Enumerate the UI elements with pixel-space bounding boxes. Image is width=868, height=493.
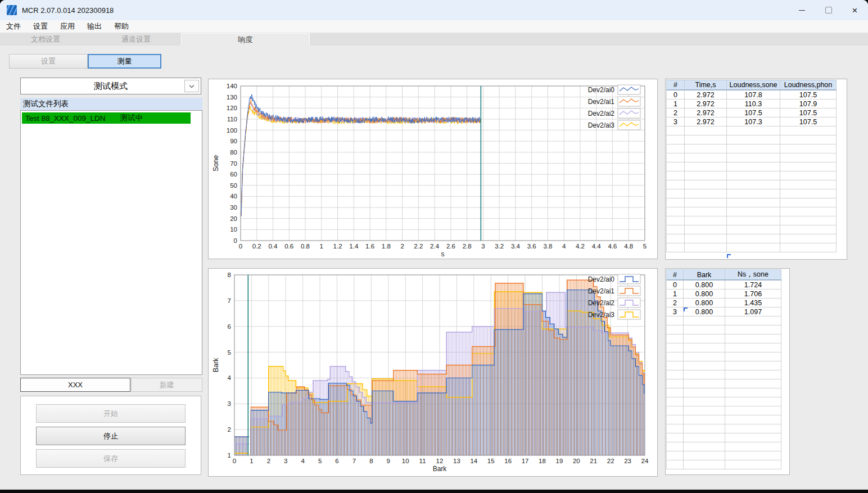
cell — [780, 162, 837, 171]
column-header: Ns，sone — [725, 270, 781, 281]
svg-text:10: 10 — [230, 226, 237, 233]
tab-loudness[interactable]: 响度 — [181, 33, 310, 46]
tab-channel-settings[interactable]: 通道设置 — [91, 33, 181, 46]
cell: 0 — [667, 90, 685, 99]
cell — [727, 135, 780, 144]
cell — [684, 406, 725, 415]
column-header: Loudness,phon — [780, 80, 837, 91]
svg-text:2.8: 2.8 — [463, 243, 472, 250]
menu-item-apply[interactable]: 应用 — [54, 21, 81, 31]
empty-row — [667, 207, 837, 216]
cell — [727, 243, 780, 252]
cell — [725, 433, 781, 442]
subtab-measure[interactable]: 测量 — [88, 54, 161, 69]
svg-text:8: 8 — [228, 272, 231, 278]
cell — [685, 216, 727, 225]
list-item-test-file[interactable]: Test 88_XXX_009_LDN 测试中 — [22, 112, 191, 124]
svg-text:1.6: 1.6 — [365, 243, 374, 250]
cell: 110.3 — [727, 99, 780, 108]
column-header: # — [667, 270, 684, 281]
cell — [684, 442, 725, 451]
xxx-button[interactable]: XXX — [20, 378, 130, 392]
svg-text:1.2: 1.2 — [333, 243, 342, 250]
svg-text:100: 100 — [227, 127, 237, 134]
app-icon — [7, 5, 17, 15]
svg-text:7: 7 — [228, 297, 231, 304]
cell: 107.5 — [780, 117, 837, 126]
subtab-settings[interactable]: 设置 — [9, 54, 88, 69]
cell — [725, 325, 781, 334]
cell — [684, 388, 725, 397]
time-chart-panel: 00.20.40.60.811.21.41.61.822.22.42.62.83… — [208, 79, 658, 259]
save-button[interactable]: 保存 — [36, 449, 186, 468]
cell — [780, 135, 837, 144]
menu-item-settings[interactable]: 设置 — [27, 21, 54, 31]
svg-text:0.6: 0.6 — [284, 243, 293, 250]
legend-swatch-box — [618, 274, 640, 284]
minimize-button[interactable] — [789, 0, 815, 20]
cell — [667, 343, 684, 352]
bark-table-grid: #BarkNs，sone00.8001.72410.8001.70620.800… — [666, 269, 781, 469]
cell — [685, 243, 727, 252]
cell — [780, 216, 837, 225]
svg-text:0.8: 0.8 — [301, 243, 310, 250]
cell — [684, 433, 725, 442]
cell — [667, 216, 685, 225]
svg-text:4: 4 — [228, 374, 232, 381]
legend-label: Dev2/ai1 — [588, 98, 615, 106]
empty-row — [667, 316, 781, 325]
svg-text:5: 5 — [643, 243, 647, 250]
legend-label: Dev2/ai0 — [588, 86, 615, 94]
svg-text:1.4: 1.4 — [349, 243, 359, 250]
svg-text:21: 21 — [590, 458, 597, 464]
cell — [727, 207, 780, 216]
gridlines — [241, 86, 645, 241]
svg-text:8: 8 — [369, 458, 373, 464]
svg-text:3.4: 3.4 — [511, 243, 521, 250]
menu-item-output[interactable]: 输出 — [81, 21, 108, 31]
svg-text:2: 2 — [228, 426, 231, 433]
cell — [667, 325, 684, 334]
cell — [667, 135, 685, 144]
cell — [667, 234, 685, 243]
menu-item-help[interactable]: 帮助 — [108, 21, 135, 31]
loudness-table-panel: #Time,sLoudness,soneLoudness,phon02.9721… — [665, 79, 847, 260]
cell — [684, 451, 725, 460]
tab-document-settings[interactable]: 文档设置 — [0, 33, 91, 46]
y-axis-label: Bark — [212, 358, 220, 372]
time-chart-svg: 00.20.40.60.811.21.41.61.822.22.42.62.83… — [209, 79, 657, 259]
cell — [780, 180, 837, 189]
menu-item-file[interactable]: 文件 — [0, 21, 27, 31]
dropdown-button[interactable] — [184, 80, 199, 92]
svg-text:70: 70 — [230, 160, 237, 167]
stop-button[interactable]: 停止 — [36, 427, 186, 445]
new-button[interactable]: 新建 — [131, 378, 202, 392]
cell: 107.3 — [727, 117, 780, 126]
close-button[interactable]: × — [842, 0, 868, 20]
empty-row — [667, 388, 781, 397]
legend: Dev2/ai0Dev2/ai1Dev2/ai2Dev2/ai3 — [588, 85, 640, 130]
svg-text:120: 120 — [227, 105, 237, 111]
cell: 0.800 — [684, 307, 725, 316]
svg-text:13: 13 — [453, 458, 460, 464]
cell — [725, 397, 781, 406]
column-header: Time,s — [685, 80, 727, 91]
cell — [780, 189, 837, 198]
svg-text:0: 0 — [233, 458, 236, 464]
cell — [727, 162, 780, 171]
cell — [685, 225, 727, 234]
empty-row — [667, 406, 781, 415]
test-file-list: Test 88_XXX_009_LDN 测试中 — [20, 110, 202, 375]
test-mode-dropdown[interactable]: 测试模式 — [20, 78, 201, 94]
empty-row — [667, 243, 837, 252]
svg-text:50: 50 — [230, 182, 237, 189]
cell: 0.800 — [684, 290, 725, 298]
cell — [667, 397, 684, 406]
empty-row — [667, 370, 781, 379]
svg-text:10: 10 — [402, 458, 409, 464]
empty-row — [667, 135, 837, 144]
maximize-button[interactable] — [815, 0, 842, 20]
cell — [667, 424, 684, 433]
empty-row — [667, 225, 837, 234]
start-button[interactable]: 开始 — [36, 404, 186, 423]
